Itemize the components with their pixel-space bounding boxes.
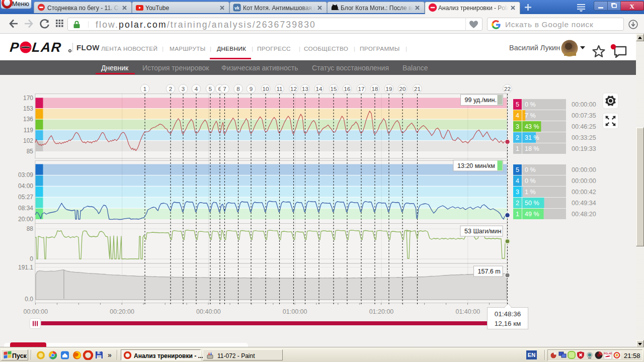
svg-text:4: 4 <box>195 86 198 92</box>
svg-text:16: 16 <box>344 86 351 92</box>
svg-text:00:49:34: 00:49:34 <box>572 200 596 207</box>
svg-text:01:48:36: 01:48:36 <box>495 310 521 318</box>
svg-text:04:00: 04:00 <box>18 183 33 190</box>
svg-text:2: 2 <box>516 200 519 207</box>
svg-text:14: 14 <box>316 86 323 92</box>
svg-text:0 %: 0 % <box>525 177 536 185</box>
svg-text:20:00: 20:00 <box>18 216 33 223</box>
svg-text:191.1: 191.1 <box>18 264 33 271</box>
svg-text:5: 5 <box>516 166 519 173</box>
svg-text:12,16 км: 12,16 км <box>495 320 521 327</box>
svg-text:12: 12 <box>290 86 297 92</box>
svg-text:1: 1 <box>516 211 519 218</box>
svg-text:3: 3 <box>516 189 519 196</box>
svg-text:00:00:00: 00:00:00 <box>572 177 596 185</box>
svg-text:53 Шаги/мин: 53 Шаги/мин <box>464 228 501 235</box>
svg-text:01:20:00: 01:20:00 <box>369 308 394 315</box>
svg-text:85: 85 <box>27 148 34 155</box>
svg-text:153: 153 <box>23 105 33 112</box>
svg-text:0: 0 <box>30 255 33 262</box>
svg-text:20: 20 <box>399 86 406 92</box>
svg-text:13:20 мин/км: 13:20 мин/км <box>457 162 495 169</box>
svg-text:00:33:25: 00:33:25 <box>572 134 596 141</box>
svg-text:0 %: 0 % <box>525 166 536 173</box>
svg-text:1 %: 1 % <box>525 189 536 196</box>
svg-text:18 %: 18 % <box>525 145 539 152</box>
svg-text:50 %: 50 % <box>525 200 539 207</box>
svg-text:18: 18 <box>372 86 378 92</box>
svg-text:102: 102 <box>23 137 33 144</box>
svg-text:21: 21 <box>414 86 421 92</box>
svg-text:03:09: 03:09 <box>18 171 33 178</box>
svg-text:00:20:00: 00:20:00 <box>110 308 134 315</box>
svg-text:119: 119 <box>24 127 33 134</box>
svg-text:99 уд./мин.: 99 уд./мин. <box>465 97 497 104</box>
svg-text:5: 5 <box>209 86 212 92</box>
svg-text:7: 7 <box>223 86 226 92</box>
svg-text:19: 19 <box>386 86 392 92</box>
svg-text:00:00:00: 00:00:00 <box>572 101 596 108</box>
svg-text:0 %: 0 % <box>525 101 536 108</box>
svg-text:00:46:25: 00:46:25 <box>572 123 596 130</box>
svg-text:00:19:33: 00:19:33 <box>572 145 596 152</box>
svg-text:3: 3 <box>516 123 519 130</box>
svg-text:15: 15 <box>331 86 337 92</box>
svg-text:88: 88 <box>27 225 34 232</box>
svg-text:00:00:00: 00:00:00 <box>572 166 596 173</box>
svg-text:01:40:00: 01:40:00 <box>455 308 480 315</box>
svg-text:31 %: 31 % <box>525 134 539 141</box>
svg-text:2: 2 <box>516 134 519 141</box>
svg-text:0.0: 0.0 <box>25 296 33 303</box>
svg-text:1: 1 <box>143 86 146 92</box>
svg-text:8: 8 <box>236 86 239 92</box>
svg-text:7 %: 7 % <box>525 112 536 119</box>
svg-text:01:00:00: 01:00:00 <box>283 308 307 315</box>
svg-text:4: 4 <box>516 177 519 185</box>
svg-text:5: 5 <box>516 101 519 108</box>
svg-text:00:00:00: 00:00:00 <box>23 308 48 315</box>
svg-text:1: 1 <box>516 145 519 152</box>
svg-text:vk: vk <box>234 6 239 11</box>
svg-text:08:34: 08:34 <box>18 205 33 212</box>
svg-text:X: X <box>629 3 634 10</box>
svg-text:9: 9 <box>250 86 253 92</box>
svg-text:00:00:42: 00:00:42 <box>572 189 596 196</box>
svg-text:10: 10 <box>263 86 269 92</box>
svg-text:3: 3 <box>182 86 185 92</box>
svg-text:R: R <box>69 50 71 52</box>
svg-text:2: 2 <box>169 86 172 92</box>
svg-text:43 %: 43 % <box>525 123 539 130</box>
svg-text:17: 17 <box>358 86 365 92</box>
svg-text:22: 22 <box>504 86 511 92</box>
svg-text:49 %: 49 % <box>525 211 539 218</box>
svg-text:00:48:20: 00:48:20 <box>572 211 596 218</box>
svg-text:4: 4 <box>516 112 519 119</box>
svg-text:00:40:00: 00:40:00 <box>196 308 221 315</box>
svg-text:170: 170 <box>23 95 33 102</box>
svg-text:LAR: LAR <box>31 41 62 54</box>
svg-text:00:07:35: 00:07:35 <box>572 112 596 119</box>
svg-text:05:27: 05:27 <box>18 194 33 201</box>
svg-text:POLAR: POLAR <box>604 352 612 355</box>
svg-text:11: 11 <box>277 86 283 92</box>
svg-text:13: 13 <box>302 86 308 92</box>
svg-text:136: 136 <box>23 116 33 123</box>
svg-text:P: P <box>9 41 20 54</box>
svg-text:157.6 m: 157.6 m <box>478 268 501 275</box>
